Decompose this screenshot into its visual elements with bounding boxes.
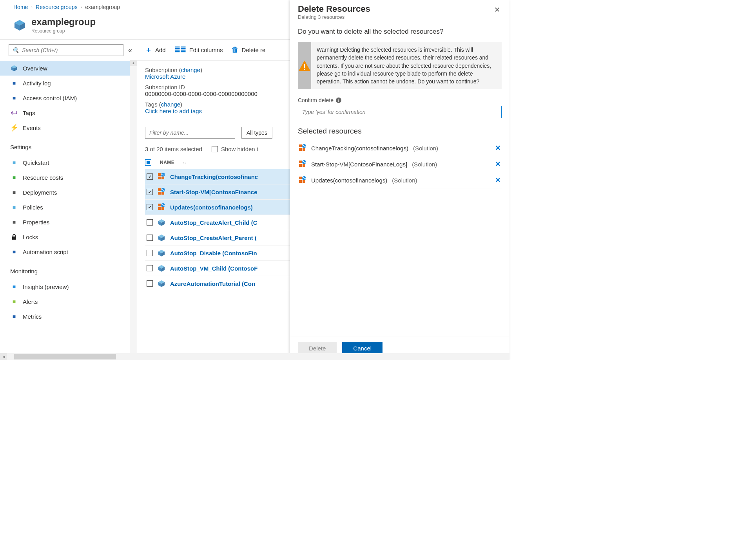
selected-resource-type: (Solution) <box>412 161 437 168</box>
sidebar-item-tags[interactable]: 🏷Tags <box>0 105 130 120</box>
row-checkbox[interactable] <box>147 219 153 226</box>
svg-rect-12 <box>158 192 161 195</box>
row-checkbox[interactable] <box>147 250 153 256</box>
resource-group-icon <box>13 19 26 31</box>
selected-resource-name: ChangeTracking(contosofinancelogs) <box>311 145 408 152</box>
row-checkbox[interactable] <box>147 265 153 271</box>
row-checkbox[interactable] <box>147 280 153 287</box>
breadcrumb-resource-groups[interactable]: Resource groups <box>36 4 78 10</box>
resource-name[interactable]: AzureAutomationTutorial (Con <box>170 280 255 287</box>
policy-icon: ■ <box>10 203 18 211</box>
close-panel-button[interactable]: ✕ <box>493 4 502 16</box>
panel-subtitle: Deleting 3 resources <box>298 14 493 20</box>
sidebar-item-metrics[interactable]: ■Metrics <box>0 309 130 324</box>
sort-icon[interactable]: ↑↓ <box>182 161 186 165</box>
collapse-sidebar-icon[interactable]: « <box>128 46 132 54</box>
change-tags-link[interactable]: change <box>161 101 180 108</box>
script-icon: ■ <box>10 248 18 256</box>
resource-name[interactable]: Updates(contosofinancelogs) <box>170 204 253 211</box>
type-filter[interactable]: All types <box>241 127 272 139</box>
tags-label: Tags <box>145 101 158 108</box>
sidebar-item-locks[interactable]: Locks <box>0 229 130 244</box>
resource-name[interactable]: ChangeTracking(contosofinanc <box>170 173 258 180</box>
tag-icon: 🏷 <box>10 109 18 117</box>
sidebar-item-quickstart[interactable]: ■Quickstart <box>0 155 130 170</box>
sidebar-item-insights-preview-[interactable]: ■Insights (preview) <box>0 279 130 294</box>
resource-name[interactable]: AutoStop_Disable (ContosoFin <box>170 250 257 256</box>
name-column-header[interactable]: NAME <box>160 160 174 165</box>
row-checkbox[interactable] <box>147 189 153 195</box>
sidebar-item-activity-log[interactable]: ■Activity log <box>0 76 130 90</box>
columns-icon: ≣≣ <box>174 45 186 54</box>
sidebar-item-label: Deployments <box>23 189 57 196</box>
row-checkbox[interactable] <box>147 173 153 180</box>
sidebar-item-policies[interactable]: ■Policies <box>0 200 130 215</box>
breadcrumb-home[interactable]: Home <box>13 4 28 10</box>
resource-name[interactable]: AutoStop_VM_Child (ContosoF <box>170 265 257 272</box>
sidebar-item-properties[interactable]: ■Properties <box>0 215 130 229</box>
scroll-left-icon[interactable]: ◀ <box>0 353 7 360</box>
svg-rect-45 <box>299 177 302 179</box>
svg-rect-7 <box>158 173 161 176</box>
page-subtitle: Resource group <box>31 28 96 34</box>
add-tags-link[interactable]: Click here to add tags <box>145 108 202 114</box>
warning-text: Warning! Deleting the selected resources… <box>311 42 502 89</box>
remove-selected-icon[interactable]: ✕ <box>495 160 501 168</box>
svg-rect-9 <box>161 177 164 179</box>
sidebar-monitoring-header: Monitoring <box>0 261 137 278</box>
sidebar-item-label: Activity log <box>23 80 51 87</box>
resource-type-icon <box>299 176 306 184</box>
svg-rect-41 <box>299 161 302 163</box>
svg-rect-11 <box>158 188 161 191</box>
sidebar-item-resource-costs[interactable]: ■Resource costs <box>0 170 130 185</box>
svg-rect-13 <box>161 192 164 195</box>
panel-title: Delete Resources <box>298 4 493 14</box>
selected-resource-item: ChangeTracking(contosofinancelogs) (Solu… <box>298 140 502 156</box>
sidebar-item-deployments[interactable]: ■Deployments <box>0 185 130 200</box>
confirm-input[interactable] <box>298 106 502 118</box>
sidebar-item-label: Events <box>23 125 41 131</box>
resource-name[interactable]: Start-Stop-VM[ContosoFinance <box>170 189 257 195</box>
add-button[interactable]: ＋Add <box>145 45 166 54</box>
sidebar-item-access-control-iam-[interactable]: ■Access control (IAM) <box>0 90 130 105</box>
panel-question: Do you want to delete all the selected r… <box>298 28 502 36</box>
warning-box: Warning! Deleting the selected resources… <box>298 42 502 89</box>
remove-selected-icon[interactable]: ✕ <box>495 176 501 184</box>
select-all-checkbox[interactable] <box>145 159 151 166</box>
resource-type-icon <box>158 264 165 272</box>
sidebar-item-events[interactable]: ⚡Events <box>0 120 130 135</box>
sidebar-scrollbar[interactable]: ▲ ▼ <box>130 60 137 360</box>
sidebar-item-label: Access control (IAM) <box>23 95 77 101</box>
svg-rect-47 <box>303 180 305 183</box>
search-input[interactable]: 🔍 Search (Ctrl+/) <box>9 44 123 56</box>
sidebar-item-label: Insights (preview) <box>23 283 69 290</box>
sidebar-item-alerts[interactable]: ■Alerts <box>0 294 130 309</box>
sidebar-item-overview[interactable]: Overview <box>0 61 130 76</box>
show-hidden-checkbox[interactable] <box>212 146 218 152</box>
selected-resource-item: Start-Stop-VM[ContosoFinanceLogs] (Solut… <box>298 156 502 172</box>
warning-icon <box>298 42 311 89</box>
resource-type-icon <box>299 144 306 152</box>
sidebar-settings-header: Settings <box>0 137 137 153</box>
scroll-thumb[interactable] <box>14 354 116 359</box>
filter-input[interactable]: Filter by name... <box>145 127 235 139</box>
remove-selected-icon[interactable]: ✕ <box>495 144 501 152</box>
svg-rect-42 <box>299 164 302 167</box>
cube-icon <box>10 64 18 72</box>
row-checkbox[interactable] <box>147 235 153 241</box>
sidebar-item-automation-script[interactable]: ■Automation script <box>0 244 130 259</box>
edit-columns-button[interactable]: ≣≣Edit columns <box>174 45 223 54</box>
info-icon[interactable]: i <box>336 97 341 103</box>
resource-type-icon <box>158 188 165 196</box>
subscription-name[interactable]: Microsoft Azure <box>145 73 185 80</box>
confirm-label: Confirm delete i <box>298 97 502 103</box>
change-subscription-link[interactable]: change <box>181 67 200 73</box>
resource-name[interactable]: AutoStop_CreateAlert_Parent ( <box>170 235 257 241</box>
sidebar-item-label: Alerts <box>23 298 38 305</box>
delete-resource-group-button[interactable]: 🗑Delete re <box>232 46 266 54</box>
scroll-up-icon[interactable]: ▲ <box>130 60 137 66</box>
selected-resources-header: Selected resources <box>298 127 502 135</box>
row-checkbox[interactable] <box>147 204 153 210</box>
horizontal-scrollbar[interactable]: ◀ <box>0 353 509 360</box>
resource-name[interactable]: AutoStop_CreateAlert_Child (C <box>170 219 257 226</box>
